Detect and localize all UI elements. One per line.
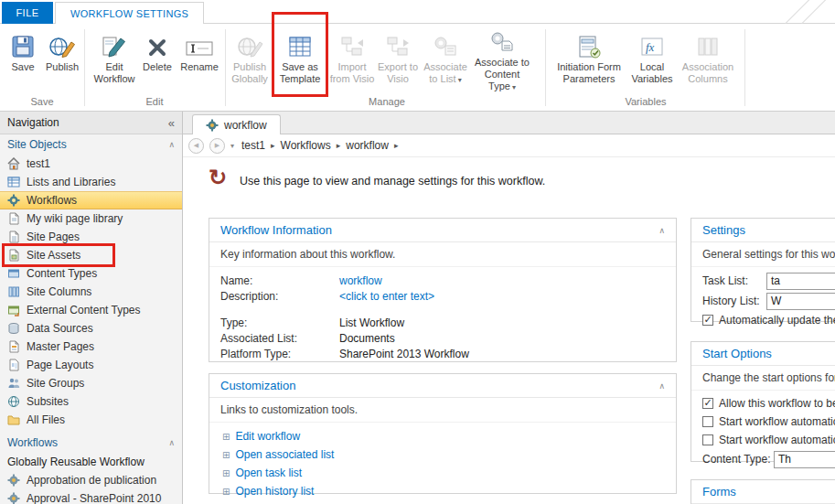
forward-button[interactable]: ▶ bbox=[209, 138, 225, 154]
associate-to-content-type-button[interactable]: Associate to Content Type▾ bbox=[474, 27, 530, 93]
checkbox-unchecked[interactable] bbox=[702, 416, 713, 427]
document-tab-bar: workflow bbox=[183, 112, 835, 134]
field-label: Platform Type: bbox=[220, 347, 339, 362]
breadcrumb-item-test1[interactable]: test1 bbox=[240, 139, 267, 152]
breadcrumb-separator-icon: ▸ bbox=[391, 141, 402, 150]
tab-file[interactable]: FILE bbox=[2, 2, 53, 24]
document-tab-workflow[interactable]: workflow bbox=[192, 114, 281, 135]
site-objects-header[interactable]: Site Objects ∧ bbox=[0, 134, 182, 155]
edit-workflow-button[interactable]: Edit Workflow bbox=[90, 27, 139, 93]
breadcrumb-dropdown-icon[interactable]: ▾ bbox=[230, 142, 234, 150]
field-value-link[interactable]: <click to enter text> bbox=[339, 289, 434, 305]
link-open-associated-list[interactable]: ⊞ Open associated list bbox=[209, 445, 676, 464]
publish-button[interactable]: Publish bbox=[42, 27, 82, 93]
page-layout-icon bbox=[7, 359, 20, 371]
sidebar-item-approval-sharepoint-2010[interactable]: Approval - SharePoint 2010 bbox=[0, 489, 182, 504]
link-open-task-list[interactable]: ⊞ Open task list bbox=[209, 464, 676, 482]
sidebar-item-all-files[interactable]: All Files bbox=[0, 411, 182, 429]
rename-button[interactable]: Rename bbox=[177, 27, 221, 93]
panel-collapse-icon[interactable]: ∧ bbox=[658, 381, 665, 391]
sidebar-item-site-pages[interactable]: Site Pages bbox=[0, 228, 182, 246]
workflow-icon bbox=[206, 119, 219, 132]
ribbon-group-label-variables: Variables bbox=[625, 96, 666, 107]
save-button[interactable]: Save bbox=[5, 27, 40, 93]
back-button[interactable]: ◀ bbox=[188, 138, 204, 154]
auto-start-create-row: Start workflow automatica bbox=[691, 413, 835, 431]
field-value-link[interactable]: workflow bbox=[339, 273, 382, 289]
ribbon-group-separator bbox=[84, 29, 85, 106]
breadcrumb-item-workflows[interactable]: Workflows bbox=[279, 139, 333, 152]
association-columns-icon bbox=[696, 29, 720, 59]
edit-workflow-button-label: Edit Workflow bbox=[93, 61, 134, 84]
sidebar-item-page-layouts[interactable]: Page Layouts bbox=[0, 356, 182, 374]
link-plus-icon: ⊞ bbox=[222, 468, 230, 478]
page-intro-text: Use this page to view and manage setting… bbox=[240, 175, 545, 188]
wiki-library-icon bbox=[7, 212, 20, 225]
history-list-value: W bbox=[771, 295, 781, 307]
panel-header: Start Options ∧ bbox=[691, 342, 835, 366]
delete-button[interactable]: Delete bbox=[139, 27, 176, 93]
workflows-section-header[interactable]: Workflows ∧ bbox=[0, 433, 182, 453]
sidebar-item-label: Lists and Libraries bbox=[27, 176, 115, 188]
content-type-select[interactable]: Th bbox=[774, 451, 835, 468]
save-button-label: Save bbox=[11, 61, 34, 72]
task-list-value: ta bbox=[771, 274, 780, 287]
sidebar-item-data-sources[interactable]: Data Sources bbox=[0, 319, 182, 338]
task-list-select[interactable]: ta bbox=[766, 273, 835, 290]
breadcrumb-bar: ◀ ▶ ▾ test1 ▸ Workflows ▸ workflow ▸ bbox=[183, 134, 835, 157]
ribbon: Save Publish Edit Workflow Delete bbox=[0, 24, 835, 112]
associate-to-list-button[interactable]: Associate to List▾ bbox=[421, 27, 470, 93]
allow-manual-start-row: ✓ Allow this workflow to be bbox=[691, 394, 835, 413]
publish-globally-button[interactable]: Publish Globally bbox=[229, 27, 271, 93]
sidebar-item-site-groups[interactable]: Site Groups bbox=[0, 374, 182, 392]
workflows-section-header-label: Workflows bbox=[7, 436, 58, 449]
sidebar-item-lists-and-libraries[interactable]: Lists and Libraries bbox=[0, 173, 182, 191]
initiation-form-parameters-button[interactable]: Initiation Form Parameters bbox=[552, 27, 626, 93]
import-from-visio-button[interactable]: Import from Visio bbox=[329, 27, 375, 93]
assets-icon bbox=[7, 249, 20, 262]
sidebar-item-label: Site Columns bbox=[27, 285, 91, 298]
sidebar-item-workflows[interactable]: Workflows bbox=[0, 191, 182, 209]
sidebar-item-site-assets[interactable]: Site Assets bbox=[0, 246, 182, 264]
initiation-form-parameters-icon bbox=[577, 29, 601, 59]
folder-icon bbox=[7, 413, 20, 426]
link-open-history-list[interactable]: ⊞ Open history list bbox=[209, 482, 676, 500]
tab-workflow-settings[interactable]: WORKFLOW SETTINGS bbox=[55, 2, 204, 25]
sidebar-item-site-columns[interactable]: Site Columns bbox=[0, 283, 182, 301]
breadcrumb-item-workflow[interactable]: workflow bbox=[344, 139, 391, 152]
breadcrumb-separator-icon: ▸ bbox=[267, 141, 279, 150]
panel-customization: Customization ∧ Links to customization t… bbox=[209, 373, 677, 494]
association-columns-button[interactable]: Association Columns bbox=[679, 27, 737, 93]
main-area: workflow ◀ ▶ ▾ test1 ▸ Workflows ▸ workf… bbox=[183, 112, 835, 504]
rename-button-label: Rename bbox=[180, 61, 219, 72]
list-icon bbox=[7, 176, 20, 188]
sidebar-item-approbation-de-publication[interactable]: Approbation de publication bbox=[0, 471, 182, 489]
associate-to-content-type-icon bbox=[489, 29, 515, 54]
checkbox-checked[interactable]: ✓ bbox=[702, 315, 713, 326]
globe-icon bbox=[7, 395, 20, 408]
publish-globally-button-label: Publish Globally bbox=[231, 61, 268, 84]
export-to-visio-button-label: Export to Visio bbox=[378, 61, 418, 84]
history-list-select[interactable]: W bbox=[766, 293, 835, 310]
link-edit-workflow[interactable]: ⊞ Edit workflow bbox=[209, 427, 676, 445]
panel-collapse-icon[interactable]: ∧ bbox=[658, 226, 665, 235]
collapse-pane-icon[interactable]: « bbox=[168, 116, 175, 130]
sidebar-item-external-content-types[interactable]: External Content Types bbox=[0, 301, 182, 319]
columns-icon bbox=[7, 285, 20, 298]
sidebar-item-my-wiki-page-library[interactable]: My wiki page library bbox=[0, 209, 182, 228]
checkbox-unchecked[interactable] bbox=[702, 434, 713, 445]
panel-settings: Settings ∧ General settings for this wor… bbox=[690, 218, 835, 322]
local-variables-button[interactable]: fx Local Variables bbox=[629, 27, 675, 93]
field-label: Description: bbox=[220, 289, 339, 305]
sidebar-item-subsites[interactable]: Subsites bbox=[0, 392, 182, 411]
sidebar-item-test1[interactable]: test1 bbox=[0, 155, 182, 173]
checkbox-checked[interactable]: ✓ bbox=[702, 398, 713, 409]
associate-to-content-type-button-label: Associate to Content Type bbox=[475, 57, 530, 91]
content-type-value: Th bbox=[778, 453, 791, 466]
panel-header: Forms ∧ bbox=[691, 480, 835, 504]
sidebar-item-content-types[interactable]: Content Types bbox=[0, 264, 182, 283]
save-as-template-button[interactable]: Save as Template bbox=[274, 27, 326, 93]
sidebar-item-master-pages[interactable]: Master Pages bbox=[0, 338, 182, 356]
export-to-visio-button[interactable]: Export to Visio bbox=[377, 27, 419, 93]
home-icon bbox=[7, 157, 20, 170]
